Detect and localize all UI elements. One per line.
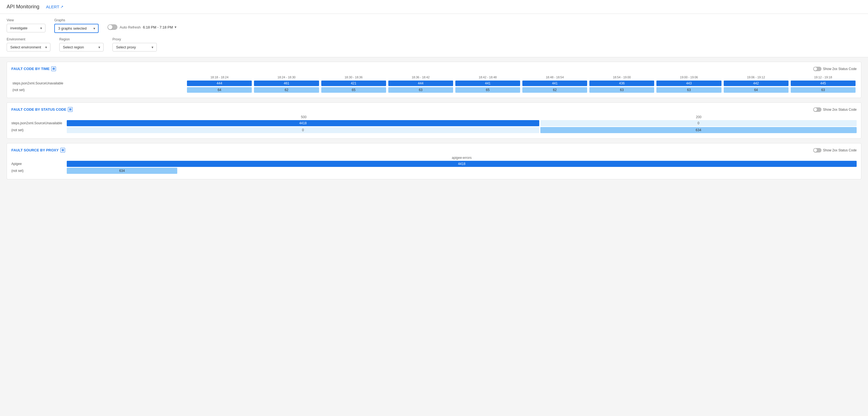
list-item: steps.json2xml.SourceUnavailable 4418 0 <box>11 120 857 126</box>
chart1-title: FAULT CODE BY TIME ⊞ <box>11 66 56 71</box>
main-content: FAULT CODE BY TIME ⊞ Show 2xx Status Cod… <box>0 57 868 184</box>
app-title: API Monitoring <box>7 4 39 10</box>
chart1-show-2xx: Show 2xx Status Code <box>813 67 857 71</box>
chart1-2xx-label: Show 2xx Status Code <box>823 67 857 71</box>
fault-code-by-status-card: FAULT CODE BY STATUS CODE ⊞ Show 2xx Sta… <box>7 102 861 139</box>
environment-select[interactable]: Select environment <box>7 43 51 52</box>
chart2-2xx-label: Show 2xx Status Code <box>823 108 857 111</box>
chart3-header: FAULT SOURCE BY PROXY ⊞ Show 2xx Status … <box>11 148 857 153</box>
auto-refresh-toggle[interactable] <box>107 24 118 30</box>
chart1-table: 18:18 - 18:2418:24 - 18:3018:30 - 18:361… <box>11 74 857 93</box>
view-select[interactable]: investigate <box>7 24 45 32</box>
chart3-title: FAULT SOURCE BY PROXY ⊞ <box>11 148 65 153</box>
chart1-2xx-toggle[interactable] <box>813 67 822 71</box>
region-select[interactable]: Select region <box>59 43 103 52</box>
chart2-2xx-toggle[interactable] <box>813 107 822 112</box>
chart3-show-2xx: Show 2xx Status Code <box>813 148 857 153</box>
view-label: View <box>7 18 45 22</box>
chart3-title-text: FAULT SOURCE BY PROXY <box>11 148 59 152</box>
graphs-select[interactable]: 3 graphs selected <box>54 24 99 33</box>
auto-refresh-label: Auto Refresh <box>120 25 141 29</box>
chart2-icon: ⊞ <box>68 107 72 112</box>
chart2-title: FAULT CODE BY STATUS CODE ⊞ <box>11 107 72 112</box>
chart2-title-text: FAULT CODE BY STATUS CODE <box>11 107 66 111</box>
proxy-label: Proxy <box>113 37 157 41</box>
proxy-select-wrapper: Select proxy ▼ <box>113 43 157 52</box>
fault-code-by-time-card: FAULT CODE BY TIME ⊞ Show 2xx Status Cod… <box>7 62 861 98</box>
environment-control: Environment Select environment ▼ <box>7 37 51 52</box>
chart2-table: 500200 steps.json2xml.SourceUnavailable … <box>11 115 857 133</box>
chart3-icon: ⊞ <box>60 148 65 153</box>
list-item: Apigee 4418 <box>11 161 857 167</box>
time-range-value: 6:18 PM - 7:18 PM <box>143 25 173 29</box>
auto-refresh-toggle-thumb <box>108 25 113 29</box>
region-label: Region <box>59 37 103 41</box>
region-select-wrapper: Select region ▼ <box>59 43 103 52</box>
alert-link[interactable]: ALERT <box>46 4 63 9</box>
chart3-2xx-label: Show 2xx Status Code <box>823 148 857 152</box>
graphs-control: Graphs 3 graphs selected ▼ <box>54 18 99 33</box>
chart3-2xx-toggle-thumb <box>814 149 817 152</box>
time-range-chevron-icon: ▼ <box>174 26 177 29</box>
chart1-title-text: FAULT CODE BY TIME <box>11 67 50 71</box>
chart2-2xx-toggle-thumb <box>814 108 817 111</box>
fault-source-by-proxy-card: FAULT SOURCE BY PROXY ⊞ Show 2xx Status … <box>7 143 861 179</box>
list-item: (not set) 634 <box>11 168 857 174</box>
controls-section: View investigate ▼ Graphs 3 graphs selec… <box>0 14 868 57</box>
auto-refresh-group: Auto Refresh 6:18 PM - 7:18 PM ▼ <box>107 24 177 30</box>
environment-select-wrapper: Select environment ▼ <box>7 43 51 52</box>
chart2-header: FAULT CODE BY STATUS CODE ⊞ Show 2xx Sta… <box>11 107 857 112</box>
graphs-label: Graphs <box>54 18 99 22</box>
view-select-wrapper: investigate ▼ <box>7 24 45 32</box>
chart1-header: FAULT CODE BY TIME ⊞ Show 2xx Status Cod… <box>11 66 857 71</box>
view-control: View investigate ▼ <box>7 18 45 32</box>
chart2-show-2xx: Show 2xx Status Code <box>813 107 857 112</box>
region-control: Region Select region ▼ <box>59 37 103 52</box>
time-range-picker[interactable]: 6:18 PM - 7:18 PM ▼ <box>143 25 177 29</box>
chart1-2xx-toggle-thumb <box>814 67 817 71</box>
proxy-control: Proxy Select proxy ▼ <box>113 37 157 52</box>
chart3-table: apigee-errors Apigee 4418 (not set) 634 <box>11 156 857 174</box>
chart3-2xx-toggle[interactable] <box>813 148 822 153</box>
list-item: (not set) 0 634 <box>11 127 857 133</box>
app-header: API Monitoring ALERT <box>0 0 868 14</box>
environment-label: Environment <box>7 37 51 41</box>
chart1-icon: ⊞ <box>51 66 56 71</box>
graphs-select-wrapper: 3 graphs selected ▼ <box>54 24 99 33</box>
proxy-select[interactable]: Select proxy <box>113 43 157 52</box>
